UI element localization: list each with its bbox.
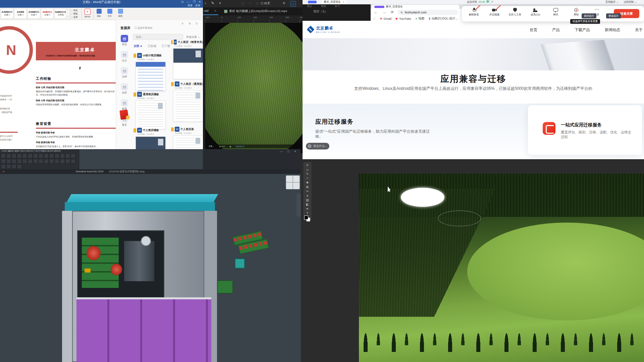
style-gallery-item[interactable]: AaBbCcD 无间隔 (54, 8, 67, 19)
category-item[interactable]: ▤ 法律 (117, 67, 132, 78)
photoshop-canvas-image[interactable] (359, 174, 644, 362)
chat-pill[interactable]: 说点什么... (306, 143, 329, 149)
bookmark-item[interactable]: Z 站酷ZCOOL-设计... (429, 16, 458, 21)
share-icon[interactable]: ↗ (491, 0, 493, 4)
members-button[interactable]: 成员(10) (528, 8, 543, 16)
category-item[interactable]: ▤ 自荐 (117, 83, 132, 95)
restore-icon[interactable]: ❐ (193, 0, 195, 3)
meeting-app-button[interactable] (308, 1, 317, 3)
edit-command[interactable]: ⌕ 替换 (71, 12, 77, 15)
process-control-dropdown[interactable]: 过程控制 ⌄ (624, 0, 637, 4)
autocad-menu-bar[interactable]: 文件(F) 编辑(E) 视图(V) 插入(I) 格式(O) 工具(T) 绘图(D… (1, 150, 61, 152)
style-gallery-item[interactable]: AABBCC 标题 2 (1, 8, 13, 19)
bookmark-item[interactable]: ● 地图 (415, 16, 424, 21)
panel-action-icons[interactable]: ✕ ⚙ ↻ (181, 22, 200, 25)
style-gallery-item[interactable]: AABB 标题 3 (14, 8, 27, 19)
nav-item[interactable]: 新闻动态 (605, 27, 620, 33)
login-button[interactable]: 登录 (187, 4, 193, 7)
host-tools-button[interactable]: 主持人工具 (507, 8, 522, 16)
template-thumbnail[interactable] (173, 90, 203, 122)
chat-button[interactable]: 聊天 (548, 8, 563, 16)
stamp-tool-icon[interactable]: ♦ (303, 193, 312, 198)
type-tool-icon[interactable]: T (303, 211, 312, 215)
tab-all[interactable]: 全部 ∧ (133, 44, 142, 48)
move-tool-icon[interactable]: ✛ (303, 163, 312, 167)
zoom-level[interactable]: ⊕ +0.0 (219, 145, 225, 147)
template-card[interactable]: W UI设计简历模板 word模板 · docx格式 (133, 53, 167, 91)
back-icon[interactable]: ← (374, 10, 378, 14)
ribbon-tool-button[interactable]: 文库 (105, 9, 114, 18)
red-packet-icon[interactable] (119, 109, 129, 120)
annotation-dropdown[interactable]: 互动批注 ⌄ (605, 0, 618, 4)
marquee-tool-icon[interactable]: ▭ (303, 167, 312, 172)
shared-tab-chip[interactable]: 麟卓_百度搜索✕ (322, 0, 346, 4)
edit-command[interactable]: ⌕ 查找 (71, 9, 77, 12)
viewcube[interactable] (286, 175, 300, 189)
nav-item[interactable]: 关于 (635, 27, 643, 33)
edit-command[interactable]: ⌕ 选择 (71, 15, 77, 19)
minimize-icon[interactable]: — (187, 0, 190, 3)
layer-dropdown[interactable]: 图层（无） (314, 10, 328, 14)
nav-item[interactable]: 产品 (552, 27, 560, 33)
bookmark-item[interactable]: M Gmail (380, 17, 391, 20)
panel-menu-icon[interactable]: ≡ (214, 9, 216, 12)
style-gallery-item[interactable]: AABBCC 标题 4 (28, 8, 40, 19)
ribbon-options-icon[interactable]: ⊡ (181, 0, 183, 3)
navigation-bar[interactable] (297, 193, 301, 217)
tab-favorites[interactable]: 已收藏 (148, 44, 156, 48)
template-card[interactable]: W 个人简历（销售专员） word模板 · docx格式 (171, 40, 203, 79)
autocad-canvas[interactable] (0, 174, 301, 362)
search-input[interactable]: 搜索... (133, 34, 183, 40)
site-logo[interactable]: 北京麟卓 BEIJING LINZHUO (307, 25, 340, 33)
reload-icon[interactable]: ⟳ (391, 10, 394, 14)
footage-tab[interactable]: 素材 银河麒麟上的Unity3D和AutoCAD.mp4 (224, 9, 287, 13)
meeting-info[interactable]: 会议详情 03:48 ↗ (467, 0, 493, 4)
pen-tool-icon[interactable]: ✒ (303, 206, 312, 211)
startup-checkbox[interactable]: ☐ 启动不再弹出 (135, 26, 153, 30)
template-thumbnail[interactable] (136, 62, 166, 91)
ribbon-tool-button[interactable]: 截图 (116, 9, 125, 18)
puppet-pin-tool-icon[interactable]: ⌖ (219, 1, 221, 5)
category-item[interactable]: ▤ 简历 (117, 35, 132, 46)
category-item[interactable]: ▤ 教育 (117, 99, 132, 111)
category-item[interactable]: ▤ 论文 (117, 51, 132, 62)
close-icon[interactable]: ✕ (342, 1, 344, 3)
new-annotation-chip[interactable]: 新的批注 (582, 13, 596, 18)
brush-tool-icon[interactable]: ✎ (211, 1, 214, 5)
share-button[interactable]: 共享 (195, 4, 200, 7)
composition-tab[interactable]: cad (204, 9, 209, 12)
magnification-dropdown[interactable]: 完整 ⌄ (209, 145, 214, 147)
nav-item[interactable]: 首页 (530, 27, 537, 33)
brush-tool-icon[interactable]: ✑ (303, 189, 312, 193)
timecode[interactable]: 0:00:01:17 (236, 145, 245, 147)
rotate-tool-icon[interactable]: ↻ (283, 1, 285, 5)
forward-icon[interactable]: → (382, 10, 386, 14)
word-document-page[interactable]: N 北京麟卓 职业或行业｜快速列出你和联系的属性：项目亮点/难点/成就 击此处列… (0, 20, 116, 169)
browser-tab[interactable]: 麟卓_百度搜索 (372, 5, 459, 9)
home-tool-icon[interactable]: ◖ (204, 1, 207, 5)
template-thumbnail[interactable] (136, 101, 166, 129)
eyedropper-tool-icon[interactable]: ✚ (303, 180, 312, 185)
full-annotation-chip[interactable]: 整体批注 (606, 13, 621, 18)
style-gallery-item[interactable]: AaBbCc 标题 5 (41, 8, 54, 19)
crop-tool-icon[interactable]: ⌗ (303, 176, 312, 180)
snapshot-icon[interactable]: ◉ (229, 145, 231, 147)
foreground-color-swatch[interactable] (304, 216, 308, 220)
gradient-tool-icon[interactable]: ◧ (303, 202, 312, 206)
ribbon-tool-button[interactable]: 模板 (95, 9, 103, 18)
close-icon[interactable]: ✕ (199, 0, 201, 3)
apps-grid-icon[interactable]: ∷ (373, 17, 376, 20)
bookmark-item[interactable]: ▶ YouTube (396, 17, 411, 20)
snap-checkbox[interactable]: ☐ 对齐 (261, 1, 270, 6)
unmute-button[interactable]: ⌄ 解除静音 (467, 8, 481, 16)
gallery-scroll-buttons[interactable]: ˄˅≡ (66, 8, 70, 19)
autocad-toolbar-icons[interactable] (1, 153, 78, 169)
camera-button[interactable]: ⌄ 开启视频 (487, 8, 502, 16)
template-card[interactable]: W 通用简历模板 word模板 · docx格式 (133, 92, 167, 129)
region-of-interest-icon[interactable]: ⬚ (290, 1, 296, 7)
tab-downloaded[interactable]: 已下载 (162, 44, 170, 48)
autocad-window-controls[interactable]: — ▢ ✕ (280, 150, 298, 153)
service-card[interactable]: 一站式应用迁移服务 覆盖评估、规划、迁移、适配、优化、运维全过程 (528, 105, 642, 155)
template-card[interactable]: W 个人简历（通用版） word模板 · docx格式 (171, 81, 203, 122)
template-thumbnail[interactable] (173, 48, 203, 79)
